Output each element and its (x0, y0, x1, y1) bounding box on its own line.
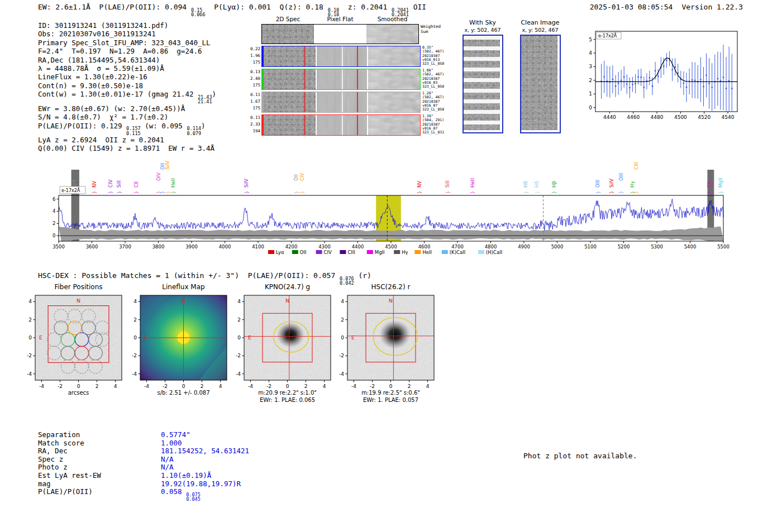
clean-image-title: Clean Image (518, 19, 562, 26)
svg-text:SiII: SiII (116, 180, 122, 188)
svg-text:4200: 4200 (285, 244, 298, 250)
match-table-value: 0.5774" (161, 431, 190, 439)
svg-text:SiIV: SiIV (165, 161, 170, 170)
with-sky-panel: With Sky x, y: 502, 467 (460, 19, 505, 133)
spec2d-panel: 2D Spec Pixel Flat Smoothed WeightedSum … (249, 16, 461, 137)
stacked-uncertainty: 0.0750.045 (186, 492, 201, 502)
stacked-uncertainty: 0.1140.079 (187, 126, 201, 136)
svg-text:NV: NV (417, 181, 422, 188)
svg-text:0: 0 (182, 384, 185, 389)
svg-text:0: 0 (389, 384, 393, 389)
info-line: EWr = 3.80(±0.67) (w: 2.70(±0.45))Å (38, 104, 216, 113)
svg-text:4: 4 (133, 299, 137, 304)
svg-text:2: 2 (408, 384, 411, 389)
svg-text:}: } (634, 191, 639, 194)
svg-text:}: } (300, 191, 305, 194)
match-table-label: mag (38, 480, 161, 488)
info-line: Primary Spec_Slot_IFU_AMP: 323_043_040_L… (38, 39, 216, 47)
svg-text:0: 0 (286, 384, 289, 389)
svg-text:4: 4 (341, 299, 344, 304)
svg-text:-2: -2 (266, 384, 271, 389)
info-line: ID: 3011913241 (3011913241.pdf) (38, 21, 216, 30)
svg-text:2: 2 (589, 78, 592, 83)
svg-text:5200: 5200 (618, 244, 630, 250)
svg-text:CIV: CIV (324, 250, 332, 255)
svg-text:3500: 3500 (53, 244, 65, 250)
svg-text:1: 1 (589, 91, 592, 97)
svg-text:4100: 4100 (252, 244, 264, 250)
svg-text:HeII: HeII (422, 250, 432, 255)
hsc-cutout-plot: NE-4-4-2-2002244 (333, 293, 448, 391)
svg-text:}: } (92, 191, 97, 194)
match-table-value: 1.10(±0.19)Å (161, 472, 211, 480)
col-title-smoothed: Smoothed (366, 16, 419, 22)
lineflux-map-plot: NE-4-4-2-2002244 (126, 293, 241, 391)
hsc-caption-1: m:19.9 re:2.5" s:0.6" (339, 390, 442, 396)
lineflux-caption: s/b: 2.51 +/- 0.087 (132, 390, 235, 396)
svg-text:4600: 4600 (418, 244, 431, 250)
svg-text:2: 2 (201, 384, 204, 389)
full-spectrum-chart: 3500360037003800390040004100420043004400… (50, 154, 732, 262)
svg-text:4: 4 (323, 384, 326, 389)
svg-text:}: } (245, 191, 250, 194)
match-table-row: mag19.92(19.88,19.97)R (38, 480, 249, 488)
match-table-label: Est LyA rest-EW (38, 472, 161, 480)
svg-text:}: } (117, 191, 122, 194)
svg-text:N: N (77, 298, 80, 304)
svg-text:4: 4 (53, 208, 55, 214)
svg-text:Hδ: Hδ (534, 181, 540, 188)
match-table-value: 0.058 0.0750.045 (161, 488, 201, 502)
info-line: Obs: 20210307v016_3011913241 (38, 30, 216, 38)
svg-text:}: } (470, 191, 475, 194)
svg-text:4000: 4000 (219, 244, 231, 250)
match-table-row: RA, Dec181.154252, 54.631421 (38, 447, 249, 456)
svg-text:MgII: MgII (375, 250, 385, 255)
svg-text:4: 4 (219, 384, 222, 389)
svg-text:}: } (596, 191, 601, 194)
info-line: Cont(w) = 1.30(±0.01)e-17 (gmag 21.42 21… (38, 90, 216, 104)
svg-text:0: 0 (53, 233, 55, 238)
with-sky-image (462, 35, 503, 133)
svg-text:-4: -4 (27, 371, 32, 377)
svg-text:N: N (285, 298, 289, 304)
fiber-positions-title: Fiber Positions (35, 283, 122, 291)
fiber-xlabel: arcsecs (27, 390, 130, 396)
spec2d-row: 0.132.401751.06"(502, 467)20210307v016_0… (249, 69, 461, 90)
svg-text:-4: -4 (236, 371, 241, 377)
svg-text:5: 5 (589, 37, 592, 42)
svg-text:SiIV: SiIV (244, 179, 249, 188)
svg-text:}: } (294, 191, 299, 194)
stacked-uncertainty: 21.4321.41 (198, 95, 212, 104)
svg-text:MgII: MgII (718, 178, 723, 188)
svg-text:4500: 4500 (385, 244, 397, 250)
timestamp-text: 2025-01-03 08:05:54 (590, 3, 673, 11)
svg-text:-4: -4 (248, 384, 253, 389)
spec2d-column-titles: 2D Spec Pixel Flat Smoothed (261, 16, 461, 22)
kpno-title: KPNO(24.7) g (244, 283, 331, 291)
svg-text:2: 2 (237, 317, 241, 323)
match-table-row: P(LAE)/P(OII)0.058 0.0750.045 (38, 488, 249, 502)
info-line: F=2.4" T=0.197 N=1.29 A=0.86 g=24.6 (38, 47, 216, 55)
col-title-pixelflat: Pixel Flat (314, 16, 366, 22)
svg-text:3600: 3600 (86, 244, 98, 250)
match-table-value: N/A (161, 456, 174, 464)
svg-text:4460: 4460 (627, 114, 640, 120)
match-table-row: Match score1.000 (38, 439, 249, 448)
svg-text:}: } (552, 191, 557, 194)
match-table: Separation0.5774"Match score1.000RA, Dec… (38, 431, 249, 502)
match-table-label: Separation (38, 431, 161, 439)
info-line: Cont(n) = 9.30(±0.50)e-18 (38, 82, 216, 90)
version-text: Version 1.22.3 (681, 3, 743, 11)
svg-text:CII: CII (707, 181, 712, 188)
svg-text:SiIV: SiIV (609, 179, 614, 188)
svg-text:2: 2 (341, 317, 344, 323)
spec2d-weighted-row: WeightedSum (249, 24, 461, 44)
svg-text:-4: -4 (144, 384, 149, 389)
svg-text:6: 6 (53, 196, 55, 202)
svg-text:}: } (166, 191, 171, 194)
info-line: P(LAE)/P(OII): 0.129 0.1570.115 (w: 0.09… (38, 122, 216, 136)
svg-text:(K)CaII: (K)CaII (450, 250, 465, 255)
svg-text:-4: -4 (39, 384, 44, 389)
svg-text:4480: 4480 (651, 114, 664, 120)
info-line: LineFlux = 1.30(±0.22)e-16 (38, 73, 216, 81)
